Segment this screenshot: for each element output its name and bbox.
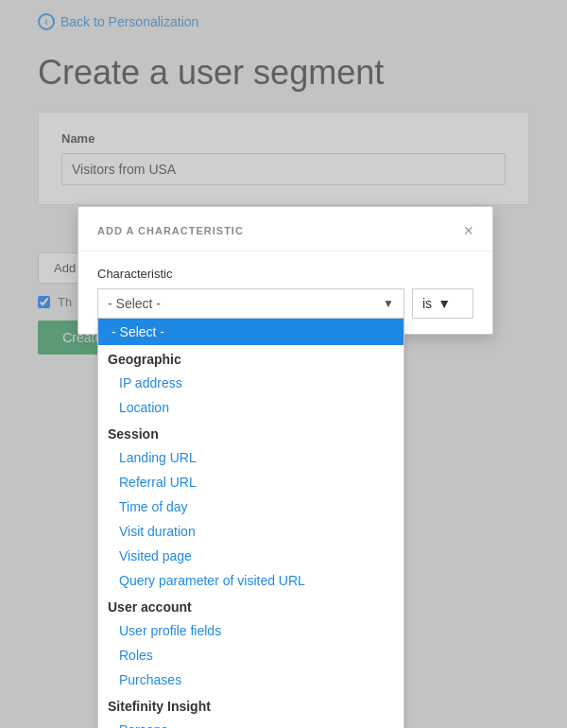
dropdown-landing-url[interactable]: Landing URL bbox=[98, 445, 404, 470]
group-geographic: Geographic bbox=[98, 345, 404, 371]
dropdown-ip-address[interactable]: IP address bbox=[98, 371, 404, 395]
dropdown-referral-url[interactable]: Referral URL bbox=[98, 470, 404, 494]
is-label: is bbox=[422, 296, 432, 311]
modal-dialog: ADD A CHARACTERISTIC × Characteristic - … bbox=[77, 206, 493, 335]
is-select[interactable]: is ▼ bbox=[412, 288, 473, 319]
modal-body: Characteristic - Select - ▼ is ▼ - Selec… bbox=[78, 251, 492, 334]
close-button[interactable]: × bbox=[463, 222, 473, 239]
group-sitefinity-insight: Sitefinity Insight bbox=[98, 692, 404, 718]
dropdown-roles[interactable]: Roles bbox=[98, 643, 404, 667]
dropdown-purchases[interactable]: Purchases bbox=[98, 667, 404, 692]
dropdown-location[interactable]: Location bbox=[98, 395, 404, 420]
select-placeholder: - Select - bbox=[108, 296, 161, 311]
modal-title: ADD A CHARACTERISTIC bbox=[97, 225, 244, 236]
group-user-account: User account bbox=[98, 593, 404, 618]
page-background: ‹ Back to Personalization Create a user … bbox=[0, 0, 567, 728]
dropdown-time-of-day[interactable]: Time of day bbox=[98, 494, 404, 519]
dropdown-user-profile-fields[interactable]: User profile fields bbox=[98, 618, 404, 643]
is-arrow-icon: ▼ bbox=[438, 296, 451, 311]
characteristic-label: Characteristic bbox=[97, 267, 473, 281]
select-arrow-icon: ▼ bbox=[383, 297, 394, 310]
dropdown-visited-page[interactable]: Visited page bbox=[98, 544, 404, 568]
select-row: - Select - ▼ is ▼ - Select - Geographic … bbox=[97, 288, 473, 319]
dropdown-query-parameter[interactable]: Query parameter of visited URL bbox=[98, 568, 404, 593]
dropdown-visit-duration[interactable]: Visit duration bbox=[98, 519, 404, 544]
group-session: Session bbox=[98, 420, 404, 445]
characteristic-select[interactable]: - Select - ▼ bbox=[97, 288, 404, 319]
dropdown-selected[interactable]: - Select - bbox=[98, 319, 404, 345]
characteristic-dropdown: - Select - Geographic IP address Locatio… bbox=[97, 319, 404, 728]
modal-header: ADD A CHARACTERISTIC × bbox=[78, 207, 492, 251]
dropdown-persona[interactable]: Persona bbox=[98, 718, 404, 728]
